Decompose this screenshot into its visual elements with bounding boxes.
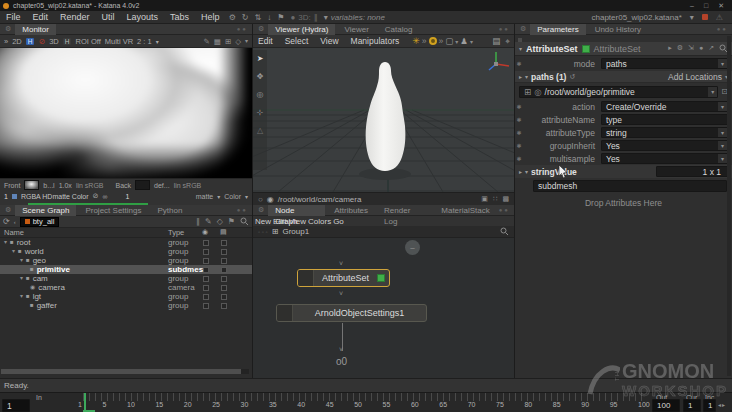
flag-icon[interactable]: ⚑ <box>274 13 287 22</box>
edit-flag-icon[interactable] <box>582 45 590 53</box>
param-state-icon[interactable]: ✱ <box>515 116 523 123</box>
panel-gear-icon[interactable]: ⚙ <box>256 206 266 214</box>
column-name[interactable]: Name <box>4 228 24 237</box>
bookmark-checkbox[interactable] <box>221 240 227 246</box>
pencil-icon[interactable]: ✎ <box>205 217 212 226</box>
frame-ruler[interactable] <box>83 393 645 401</box>
bookmark-checkbox[interactable] <box>221 276 227 282</box>
tab-render-log[interactable]: Render Log <box>377 205 432 216</box>
expander-icon[interactable]: ▾ <box>20 256 23 265</box>
liveness-icon[interactable]: ⟳ <box>3 217 10 226</box>
snap-icon[interactable]: ⌖ <box>505 36 510 47</box>
infinity-icon[interactable]: ∞ <box>102 193 107 200</box>
chevron-down-icon[interactable]: ▾ <box>718 102 727 111</box>
array-size-field[interactable]: 1 x 1 <box>656 166 728 177</box>
ng-menu-view[interactable]: View <box>289 217 306 226</box>
breadcrumb-dots-icon[interactable]: ◦ ◦ ◦ <box>258 229 268 235</box>
cel-icon[interactable]: ⊞ <box>524 87 531 97</box>
expander-icon[interactable]: ▾ <box>519 45 522 52</box>
collapsed-node[interactable]: – <box>405 240 420 255</box>
tab-python[interactable]: Python <box>150 205 189 216</box>
pause-icon[interactable]: ∥ <box>311 13 321 22</box>
panel-menu-dots-icon[interactable]: ●● <box>499 26 514 32</box>
pencil-icon[interactable]: ✎ <box>204 37 210 46</box>
panel-gear-icon[interactable]: ⚙ <box>256 25 266 33</box>
working-set-field[interactable]: bty_all <box>20 217 60 227</box>
column-type[interactable]: Type <box>168 228 184 237</box>
panel-menu-dots-icon[interactable]: ●● <box>717 26 732 32</box>
overscan-icon[interactable]: ▩ <box>502 195 509 203</box>
expander-icon[interactable]: ▾ <box>4 238 7 247</box>
render-checkbox[interactable] <box>203 285 209 291</box>
variables-label[interactable]: variables: none <box>331 13 385 22</box>
scenegraph-row-world[interactable]: ▾■world group <box>0 247 252 256</box>
node-attributeset[interactable]: AttributeSet <box>297 269 390 287</box>
render-checkbox[interactable] <box>203 294 209 300</box>
tab-project-settings[interactable]: Project Settings <box>78 205 148 216</box>
proxy-display-icon[interactable]: ♟ <box>460 36 468 46</box>
monitor-viewport[interactable] <box>0 48 252 178</box>
menu-tabs[interactable]: Tabs <box>164 12 195 22</box>
tab-monitor[interactable]: Monitor <box>15 24 56 35</box>
scenegraph-row-geo[interactable]: ▾■geo group <box>0 256 252 265</box>
expander-icon[interactable]: ▾ <box>20 274 23 283</box>
bookmark-checkbox[interactable] <box>221 285 227 291</box>
transform-tool-icon[interactable]: △ <box>257 126 263 135</box>
chevron-down-icon[interactable]: ▾ <box>156 38 159 45</box>
tab-catalog[interactable]: Catalog <box>378 24 420 35</box>
panel-gear-icon[interactable]: ⚙ <box>3 206 13 214</box>
flag-icon[interactable]: ⚑ <box>228 217 235 226</box>
viewer-menu-manipulators[interactable]: Manipulators <box>346 36 405 46</box>
back-thumbnail[interactable] <box>135 180 150 190</box>
color-dropdown[interactable]: Color <box>224 193 241 200</box>
panel-gear-icon[interactable]: ⚙ <box>3 25 13 33</box>
playback-controls-icon[interactable]: ◂▸ <box>718 401 726 408</box>
edit-flag-icon[interactable] <box>377 274 385 282</box>
tab-scene-graph[interactable]: Scene Graph <box>15 205 76 216</box>
chevrons-icon[interactable]: » <box>422 36 427 46</box>
bookmark-checkbox[interactable] <box>221 294 227 300</box>
expander-icon[interactable]: ▾ <box>525 168 528 175</box>
viewer-menu-select[interactable]: Select <box>280 36 314 46</box>
roi-toggle[interactable]: ROI Off <box>75 37 100 46</box>
no-entry-icon[interactable]: ⊘ <box>93 192 99 200</box>
refresh-icon[interactable]: ↺ <box>569 73 575 81</box>
channel-label[interactable]: RGBA HDmatte Color <box>21 193 89 200</box>
param-state-icon[interactable]: ✱ <box>515 60 523 67</box>
back-colorspace[interactable]: lin sRGB <box>174 182 202 189</box>
chevrons-icon[interactable]: » <box>439 36 444 46</box>
minimize-button[interactable]: – <box>690 2 694 10</box>
marquee-icon[interactable]: ⊞ <box>225 37 231 46</box>
back-frame-number[interactable]: 1 <box>125 193 129 200</box>
menu-layouts[interactable]: Layouts <box>121 12 165 22</box>
chevron-down-icon[interactable]: ▾ <box>321 13 331 22</box>
chevron-down-icon[interactable]: ▾ <box>708 87 717 97</box>
close-button[interactable]: ✕ <box>718 2 724 10</box>
ng-menu-go[interactable]: Go <box>333 217 344 226</box>
camera-icon[interactable]: ◉ <box>267 195 274 204</box>
node-input-cap[interactable] <box>298 270 314 286</box>
scenegraph-row-primitive[interactable]: ■primitive subdmesh <box>0 265 252 274</box>
front-colorspace[interactable]: lin sRGB <box>76 182 104 189</box>
front-thumbnail[interactable] <box>24 180 39 190</box>
path-field[interactable]: ⊞ ◎ /root/world/geo/primitive ▾ <box>519 86 718 98</box>
node-name-value[interactable]: AttributeSet <box>594 44 641 54</box>
translate-tool-icon[interactable]: ✥ <box>257 72 264 81</box>
tab-materialstack[interactable]: MaterialStack <box>434 205 496 216</box>
gear-icon[interactable]: ⚙ <box>226 13 239 22</box>
scenegraph-row-camera[interactable]: ◉camera camera <box>0 283 252 292</box>
chevrons-icon[interactable]: » <box>4 37 8 46</box>
viewer-menu-view[interactable]: View <box>315 36 343 46</box>
layers-icon[interactable]: ▦ <box>214 37 221 46</box>
hud-3d-badge[interactable]: H <box>63 38 72 45</box>
mode-dropdown[interactable]: paths ▾ <box>601 58 728 69</box>
monitor-3d-label[interactable]: 3D <box>49 37 59 46</box>
tab-node-graph[interactable]: Node Graph <box>268 205 325 216</box>
action-dropdown[interactable]: Create/Override ▾ <box>601 101 728 112</box>
multi-label[interactable]: Multi VR <box>105 37 133 46</box>
tab-viewer[interactable]: Viewer <box>337 24 375 35</box>
ng-menu-new[interactable]: New <box>255 217 271 226</box>
render-column-icon[interactable]: ◉ <box>202 228 208 236</box>
panel-menu-dots-icon[interactable]: ●● <box>237 26 252 32</box>
target-icon[interactable]: ◎ <box>534 87 541 97</box>
